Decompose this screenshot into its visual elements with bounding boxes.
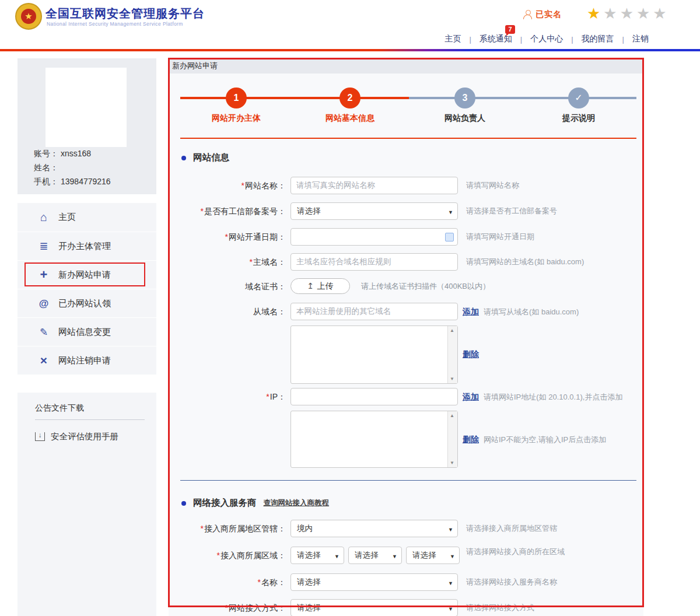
icp-hint: 请选择是否有工信部备案号 [466,202,557,220]
open-date-hint: 请填写网站开通日期 [466,228,534,246]
star-icon: ★ [587,5,603,22]
nav-personal-center[interactable]: 个人中心 [528,34,565,44]
ip-listbox[interactable] [290,411,458,468]
icp-select[interactable]: 请选择 [290,202,458,220]
required-mark: * [250,257,253,267]
scrollbar[interactable] [447,411,457,467]
region-type-select[interactable]: 境内 [290,520,458,537]
row-sub-domain-list: 删除 [169,326,643,384]
sub-domain-delete-link[interactable]: 删除 [463,349,479,359]
sidebar-item-claim-website[interactable]: 已办网站认领 [18,289,156,317]
divider [35,419,145,420]
main-domain-input[interactable]: 主域名应符合域名相应规则 [290,253,458,271]
sidebar-item-website-cancellation[interactable]: 网站注销申请 [18,346,156,374]
row-region: *接入商所属区域： 请选择 请选择 请选择 请选择网站接入商的所在区域 [169,547,643,564]
site-name-input[interactable]: 请填写真实的网站名称 [290,177,458,194]
row-region-type: *接入商所属地区管辖： 境内 请选择接入商所属地区管辖 [169,520,643,537]
check-icon: ✓ [568,88,589,108]
nav-logout[interactable]: 注销 [630,34,651,44]
section-isp: 网络接入服务商 查询网站接入商教程 [181,497,329,509]
nav-my-messages[interactable]: 我的留言 [579,34,617,44]
notification-badge[interactable]: 7 [505,25,515,34]
sidebar-item-new-website-application[interactable]: 新办网站申请 [18,260,156,289]
sidebar-item-home[interactable]: 主页 [18,203,156,232]
bullet-icon [181,501,186,506]
row-open-date: *网站开通日期： 请填写网站开通日期 [169,228,643,246]
sub-domain-hint: 请填写从域名(如 baidu.com) [484,307,579,316]
verified-badge: 已实名 [536,9,562,20]
avatar [46,68,127,147]
upload-button[interactable]: ↥上传 [290,278,350,294]
row-main-domain: *主域名： 主域名应符合域名相应规则 请填写网站的主域名(如 baidu.com… [169,253,643,271]
isp-help-link[interactable]: 查询网站接入商教程 [264,498,330,508]
required-mark: * [201,524,204,533]
sidebar-item-website-info-change[interactable]: 网站信息变更 [18,317,156,346]
access-type-hint: 请选择网站接入方式 [466,599,534,616]
star-icon: ★ [603,5,620,22]
downloads-panel: 公告文件下载 ↓ 安全评估使用手册 [18,393,156,616]
row-isp-name: *名称： 请选择 请选择网站接入服务商名称 [169,573,643,591]
download-icon: ↓ [35,432,45,441]
page-title: 新办网站申请 [169,58,643,74]
ip-hint: 请填网站IP地址(如 20.10.0.1),并点击添加 [484,393,622,401]
nav-separator: | [571,35,573,44]
rating-stars: ★★★★★ [587,5,670,23]
isp-name-hint: 请选择网站接入服务商名称 [466,573,557,591]
ip-delete-link[interactable]: 删除 [463,435,479,444]
domain-cert-hint: 请上传域名证书扫描件（400KB以内） [361,278,490,295]
site-name-hint: 请填写网站名称 [466,177,519,194]
profile-panel: 账号：xnss168 姓名： 手机：13984779216 [18,58,156,194]
sub-domain-add-link[interactable]: 添加 [463,307,479,316]
required-mark: * [201,206,204,216]
nav-separator: | [622,35,624,44]
phone-value: 13984779216 [61,177,111,186]
page: ★ 全国互联网安全管理服务平台 National Internet Securi… [0,0,700,616]
region-province-select[interactable]: 请选择 [290,547,344,564]
row-domain-cert: 域名证书： ↥上传 请上传域名证书扫描件（400KB以内） [169,278,643,295]
ip-add-link[interactable]: 添加 [463,392,479,401]
chevron-down-icon [448,520,453,537]
step-3: 3 网站负责人 [424,88,506,124]
police-emblem-logo: ★ [15,3,42,30]
site-subtitle: National Internet Security Management Se… [47,21,183,27]
row-ip: *IP： 添加请填网站IP地址(如 20.10.0.1),并点击添加 [169,388,643,405]
chevron-down-icon [334,547,340,564]
close-icon [36,354,51,368]
access-type-select[interactable]: 请选择 [290,599,458,616]
chevron-down-icon [448,600,453,616]
region-city-select[interactable]: 请选择 [348,547,402,564]
region-district-select[interactable]: 请选择 [406,547,460,564]
chevron-down-icon [448,203,453,220]
section-divider [180,480,636,481]
chevron-down-icon [392,547,397,564]
main-content: 新办网站申请 1 网站开办主体 2 网站基本信息 3 网站负责人 ✓ 提示说明 … [169,58,643,616]
star-icon: ★ [636,5,653,22]
step-2: 2 网站基本信息 [309,88,391,124]
sub-domain-listbox[interactable] [290,326,458,384]
sub-domain-input[interactable]: 本网站注册使用的其它域名 [290,303,458,320]
chevron-down-icon [448,574,453,591]
open-date-input[interactable] [290,228,458,246]
account-row: 账号：xnss168 [34,149,91,159]
nav-home[interactable]: 主页 [442,34,463,44]
star-icon: ★ [620,5,636,22]
required-mark: * [266,392,269,401]
required-mark: * [225,603,228,612]
required-mark: * [225,232,228,242]
scrollbar[interactable] [447,326,457,383]
step-4: ✓ 提示说明 [538,88,620,124]
calendar-icon[interactable] [445,233,454,242]
required-mark: * [217,551,220,560]
chevron-down-icon [450,547,455,564]
region-hint: 请选择网站接入商的所在区域 [466,543,565,561]
isp-name-select[interactable]: 请选择 [290,573,458,591]
main-domain-hint: 请填写网站的主域名(如 baidu.com) [466,253,584,271]
required-mark: * [258,578,261,587]
section-site-info: 网站信息 [181,152,229,164]
sidebar-item-subject-management[interactable]: 开办主体管理 [18,232,156,260]
user-icon [523,10,532,19]
row-site-name: *网站名称： 请填写真实的网站名称 请填写网站名称 [169,177,643,194]
download-manual-link[interactable]: ↓ 安全评估使用手册 [35,431,118,442]
ip-input[interactable] [290,388,458,405]
nav-system-notices[interactable]: 系统通知 [477,34,514,44]
